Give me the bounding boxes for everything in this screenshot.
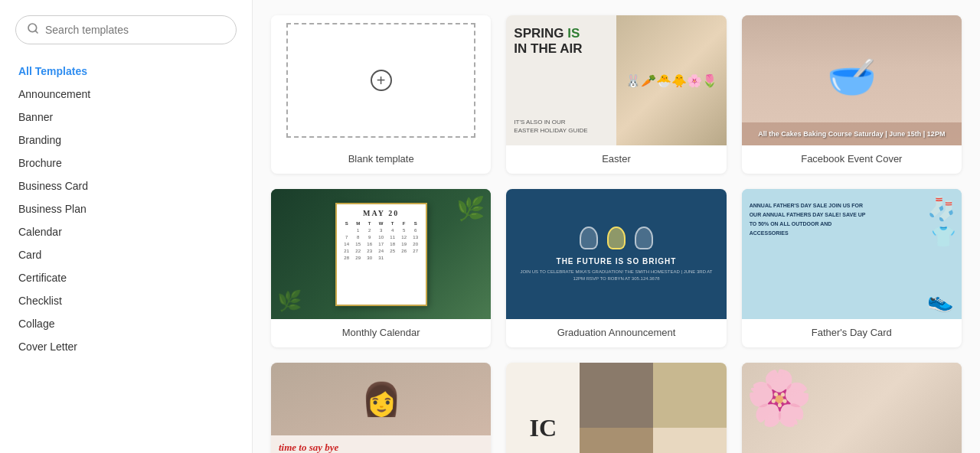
calendar-inner: MAY 20 S M T W T F S 1 2 3 — [335, 203, 427, 306]
template-party[interactable]: 👩 time to say bye — [271, 363, 491, 453]
sidebar-item-calendar[interactable]: Calendar — [15, 220, 237, 243]
nav-list: All Templates Announcement Banner Brandi… — [15, 60, 237, 358]
plus-icon: + — [371, 70, 392, 91]
template-label-graduation: Graduation Announcement — [506, 319, 726, 347]
easter-title: SPRING ISIN THE AIR — [514, 26, 609, 57]
graduation-title: THE FUTURE IS SO BRIGHT — [514, 257, 718, 266]
collage-cell-2 — [653, 363, 727, 428]
sock-icon: 🧦 — [927, 195, 956, 222]
template-label-fathers: Father's Day Card — [742, 319, 962, 347]
easter-cookies: 🐰🥕🐣🐥🌸🌷 — [616, 15, 727, 145]
blank-thumb: + — [286, 23, 475, 138]
templates-grid: + Blank template SPRING ISIN THE AIR IT'… — [271, 15, 962, 453]
party-bottom: time to say bye — [271, 435, 491, 453]
sidebar-item-brochure[interactable]: Brochure — [15, 152, 237, 174]
template-label-facebook: Facebook Event Cover — [742, 145, 962, 174]
fathers-text-block: ANNUAL FATHER'S DAY SALE JOIN US FOR OUR… — [750, 201, 871, 238]
template-facebook[interactable]: 🥣 All the Cakes Baking Course Saturday |… — [742, 15, 962, 174]
flower-icon: 🌸 — [746, 367, 812, 429]
search-icon — [27, 22, 39, 37]
sidebar-item-cover-letter[interactable]: Cover Letter — [15, 335, 237, 358]
botanica-thumb: 🌸 Botanica — [742, 363, 962, 453]
collage-letters: IC — [529, 416, 557, 440]
template-label-calendar: Monthly Calendar — [271, 319, 491, 347]
easter-right: 🐰🥕🐣🐥🌸🌷 — [616, 15, 727, 145]
collage-cell-4 — [653, 428, 727, 453]
template-easter[interactable]: SPRING ISIN THE AIR IT'S ALSO IN OUREAST… — [506, 15, 726, 174]
sidebar-item-card[interactable]: Card — [15, 243, 237, 266]
graduation-thumb: THE FUTURE IS SO BRIGHT JOIN US TO CELEB… — [506, 189, 726, 319]
graduation-sub: JOIN US TO CELEBRATE MIKA'S GRADUATION! … — [514, 269, 718, 282]
template-collage[interactable]: IC — [506, 363, 726, 453]
calendar-month: MAY 20 — [341, 209, 421, 217]
collage-right — [580, 363, 727, 453]
shirt-icon: 👕 — [931, 225, 956, 249]
graduation-bulbs — [514, 226, 718, 249]
sidebar-item-branding[interactable]: Branding — [15, 129, 237, 152]
fb-overlay-text: All the Cakes Baking Course Saturday | J… — [750, 129, 954, 139]
fathers-thumb: 🧦 👕 👟 ANNUAL FATHER'S DAY SALE JOIN US F… — [742, 189, 962, 319]
template-botanica[interactable]: 🌸 Botanica — [742, 363, 962, 453]
sidebar-item-announcement[interactable]: Announcement — [15, 83, 237, 106]
collage-cell-1 — [580, 363, 653, 428]
sidebar-item-business-plan[interactable]: Business Plan — [15, 197, 237, 220]
search-input[interactable] — [45, 24, 225, 36]
sidebar-item-checklist[interactable]: Checklist — [15, 289, 237, 312]
person-icon: 👩 — [361, 380, 401, 418]
bulb-2-lit — [607, 226, 626, 249]
easter-sub: IT'S ALSO IN OUREASTER HOLIDAY GUIDE — [514, 118, 609, 135]
collage-cell-3 — [580, 428, 653, 453]
template-calendar[interactable]: 🌿 🌿 MAY 20 S M T W T F S — [271, 189, 491, 347]
sidebar-item-collage[interactable]: Collage — [15, 312, 237, 335]
fathers-items: 🧦 👕 — [927, 195, 956, 249]
graduation-content: THE FUTURE IS SO BRIGHT JOIN US TO CELEB… — [506, 219, 726, 290]
svg-line-1 — [35, 31, 38, 33]
easter-thumb: SPRING ISIN THE AIR IT'S ALSO IN OUREAST… — [506, 15, 726, 145]
template-label-easter: Easter — [506, 145, 726, 174]
shoe-icon: 👟 — [927, 288, 954, 313]
sidebar-item-all[interactable]: All Templates — [15, 60, 237, 83]
template-graduation[interactable]: THE FUTURE IS SO BRIGHT JOIN US TO CELEB… — [506, 189, 726, 347]
party-text: time to say bye — [279, 442, 483, 453]
sidebar-item-banner[interactable]: Banner — [15, 106, 237, 129]
sidebar-item-business-card[interactable]: Business Card — [15, 174, 237, 197]
main-content: + Blank template SPRING ISIN THE AIR IT'… — [253, 0, 980, 453]
template-blank[interactable]: + Blank template — [271, 15, 491, 174]
template-fathers-day[interactable]: 🧦 👕 👟 ANNUAL FATHER'S DAY SALE JOIN US F… — [742, 189, 962, 347]
bulb-1 — [580, 226, 598, 249]
collage-left: IC — [506, 363, 580, 453]
collage-thumb: IC — [506, 363, 726, 453]
fathers-text: ANNUAL FATHER'S DAY SALE JOIN US FOR OUR… — [750, 201, 871, 238]
sidebar-item-certificate[interactable]: Certificate — [15, 266, 237, 289]
easter-left: SPRING ISIN THE AIR IT'S ALSO IN OUREAST… — [506, 15, 616, 145]
party-top: 👩 — [271, 363, 491, 435]
party-thumb: 👩 time to say bye — [271, 363, 491, 453]
calendar-thumb: 🌿 🌿 MAY 20 S M T W T F S — [271, 189, 491, 319]
bulb-3 — [635, 226, 653, 249]
search-box[interactable] — [15, 15, 237, 44]
facebook-thumb: 🥣 All the Cakes Baking Course Saturday |… — [742, 15, 962, 145]
calendar-grid: S M T W T F S 1 2 3 4 5 — [341, 220, 421, 261]
template-label-blank: Blank template — [271, 145, 491, 174]
sidebar: All Templates Announcement Banner Brandi… — [0, 0, 253, 453]
